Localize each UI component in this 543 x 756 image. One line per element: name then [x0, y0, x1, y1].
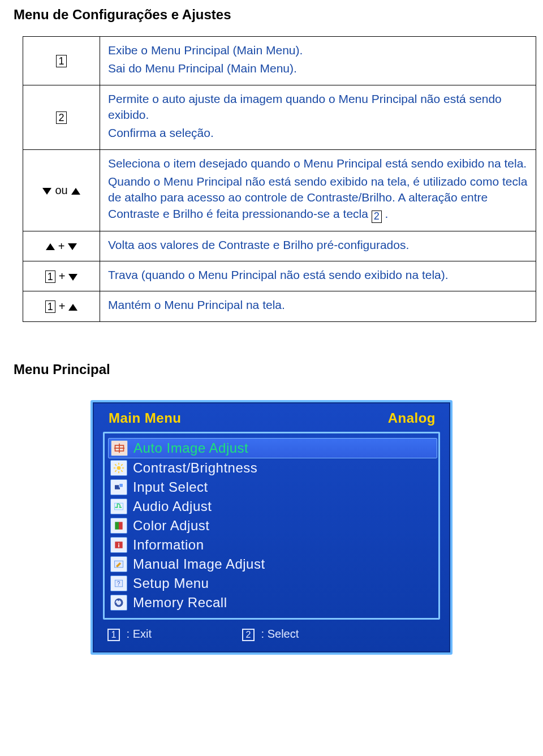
keytable-keycell: 1+ — [23, 261, 100, 291]
svg-line-9 — [121, 470, 123, 472]
keytable-desc: Exibe o Menu Principal (Main Menu).Sai d… — [100, 37, 536, 85]
osd-item-manual-image-adjust[interactable]: Manual Image Adjust — [108, 555, 435, 574]
keytable-keycell: 1+ — [23, 291, 100, 321]
plus-sign: + — [55, 239, 68, 254]
wrench-icon — [110, 556, 127, 572]
svg-rect-18 — [118, 543, 119, 544]
keytable-desc-line: Seleciona o item desejado quando o Menu … — [108, 156, 528, 171]
svg-line-11 — [121, 464, 123, 466]
osd-exit-label: : Exit — [127, 628, 152, 640]
key-1: 1 — [45, 300, 55, 313]
brightness-icon — [110, 460, 127, 476]
osd-select-label: : Select — [261, 628, 299, 640]
key-1: 1 — [45, 270, 55, 283]
plus-sign: + — [55, 299, 69, 314]
key-2: 2 — [372, 211, 382, 223]
osd-menu-list: Auto Image AdjustContrast/BrightnessInpu… — [108, 436, 435, 612]
svg-text:?: ? — [117, 581, 120, 587]
osd-item-label: Color Adjust — [133, 518, 209, 534]
osd-item-information[interactable]: Information — [108, 535, 435, 555]
osd-key-2: 2 — [242, 629, 255, 641]
arrow-down-icon — [68, 274, 77, 281]
svg-line-8 — [115, 464, 117, 466]
keytable-row: 1+Trava (quando o Menu Principal não est… — [23, 261, 536, 291]
osd-item-setup-menu[interactable]: ?Setup Menu — [108, 574, 435, 593]
keytable-desc-line: Volta aos valores de Contraste e Brilho … — [108, 237, 528, 253]
svg-rect-13 — [119, 483, 123, 487]
keytable-desc-line: Mantém o Menu Principal na tela. — [108, 297, 528, 313]
osd-item-memory-recall[interactable]: Memory Recall — [108, 593, 435, 612]
arrow-down-icon — [42, 188, 51, 195]
recall-icon — [110, 595, 127, 611]
svg-rect-15 — [115, 522, 119, 529]
keytable-desc-line: Quando o Menu Principal não está sendo e… — [108, 174, 528, 223]
svg-point-3 — [117, 466, 121, 470]
osd-item-label: Contrast/Brightness — [133, 460, 257, 476]
keytable-row: 2Permite o auto ajuste da imagem quando … — [23, 85, 536, 149]
osd-title-right: Analog — [388, 410, 436, 426]
osd-frame: Auto Image AdjustContrast/BrightnessInpu… — [103, 432, 440, 620]
key-functions-table: 1Exibe o Menu Principal (Main Menu).Sai … — [23, 36, 536, 322]
osd-item-label: Manual Image Adjust — [133, 556, 265, 572]
input-icon — [110, 479, 127, 495]
arrow-down-icon — [68, 243, 77, 250]
inline-tail: . — [382, 207, 389, 220]
keytable-row: 1Exibe o Menu Principal (Main Menu).Sai … — [23, 37, 536, 85]
svg-rect-19 — [118, 544, 119, 547]
plus-sign: + — [55, 269, 69, 284]
keytable-desc-line: Confirma a seleção. — [108, 125, 528, 141]
heading-main-menu: Menu Principal — [14, 362, 529, 377]
keytable-keycell: ou — [23, 149, 100, 231]
auto-image-icon — [111, 440, 128, 456]
keytable-desc-line: Sai do Menu Principal (Main Menu). — [108, 61, 528, 76]
keytable-keycell: 1 — [23, 37, 100, 85]
heading-config-menu: Menu de Configurações e Ajustes — [14, 7, 529, 23]
audio-icon — [110, 499, 127, 514]
label-or: ou — [51, 183, 71, 198]
osd-panel: Main Menu Analog Auto Image AdjustContra… — [90, 400, 453, 655]
osd-item-label: Memory Recall — [133, 595, 227, 611]
arrow-up-icon — [68, 304, 77, 311]
svg-line-10 — [115, 470, 117, 472]
osd-item-contrast-brightness[interactable]: Contrast/Brightness — [108, 458, 435, 478]
key-1: 1 — [56, 55, 66, 67]
keytable-desc: Volta aos valores de Contraste e Brilho … — [100, 231, 536, 261]
keytable-desc-line: Trava (quando o Menu Principal não está … — [108, 267, 528, 283]
osd-item-label: Information — [133, 537, 204, 553]
osd-footer: 1 : Exit 2 : Select — [103, 620, 440, 643]
osd-item-label: Auto Image Adjust — [133, 440, 248, 456]
keytable-row: +Volta aos valores de Contraste e Brilho… — [23, 231, 536, 261]
setup-icon: ? — [110, 575, 127, 591]
osd-item-audio-adjust[interactable]: Audio Adjust — [108, 497, 435, 516]
color-icon — [110, 518, 127, 534]
keytable-desc: Trava (quando o Menu Principal não está … — [100, 261, 536, 291]
osd-item-auto-image-adjust[interactable]: Auto Image Adjust — [108, 438, 437, 458]
osd-item-label: Setup Menu — [133, 575, 209, 591]
osd-item-label: Audio Adjust — [133, 499, 212, 514]
keytable-keycell: + — [23, 231, 100, 261]
osd-footer-exit: 1 : Exit — [107, 628, 152, 641]
osd-title-left: Main Menu — [109, 410, 182, 426]
keytable-row: 1+Mantém o Menu Principal na tela. — [23, 291, 536, 321]
arrow-up-icon — [46, 243, 55, 250]
svg-rect-16 — [119, 522, 123, 529]
osd-item-label: Input Select — [133, 479, 208, 495]
info-icon — [110, 537, 127, 553]
keytable-desc-line: Exibe o Menu Principal (Main Menu). — [108, 42, 528, 58]
osd-item-color-adjust[interactable]: Color Adjust — [108, 516, 435, 535]
osd-footer-select: 2 : Select — [242, 628, 299, 641]
keytable-desc: Seleciona o item desejado quando o Menu … — [100, 149, 536, 231]
osd-item-input-select[interactable]: Input Select — [108, 478, 435, 497]
keytable-desc: Permite o auto ajuste da imagem quando o… — [100, 85, 536, 149]
keytable-keycell: 2 — [23, 85, 100, 149]
keytable-desc-line: Permite o auto ajuste da imagem quando o… — [108, 91, 528, 123]
keytable-desc: Mantém o Menu Principal na tela. — [100, 291, 536, 321]
osd-key-1: 1 — [107, 629, 120, 641]
arrow-up-icon — [71, 188, 80, 195]
keytable-row: ouSeleciona o item desejado quando o Men… — [23, 149, 536, 231]
key-2: 2 — [56, 111, 66, 124]
